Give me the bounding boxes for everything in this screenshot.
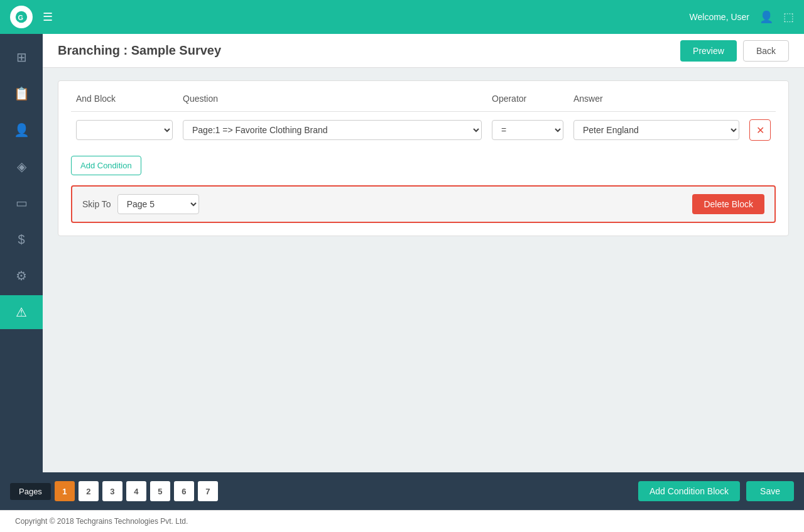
page-btn-3[interactable]: 3 bbox=[102, 481, 122, 501]
skip-to-row: Skip To Page 1 Page 2 Page 3 Page 4 Page… bbox=[71, 185, 776, 223]
main-layout: ⊞ 📋 👤 ◈ ▭ $ ⚙ ⚠ Branching : Sample Surve… bbox=[0, 34, 804, 472]
welcome-text: Welcome, User bbox=[690, 12, 749, 22]
page-btn-6[interactable]: 6 bbox=[174, 481, 194, 501]
nav-left: G ☰ bbox=[10, 6, 53, 28]
sidebar-item-pages[interactable]: ▭ bbox=[0, 186, 43, 220]
page-btn-7[interactable]: 7 bbox=[198, 481, 218, 501]
preview-button[interactable]: Preview bbox=[680, 40, 737, 62]
skip-to-left: Skip To Page 1 Page 2 Page 3 Page 4 Page… bbox=[82, 194, 199, 214]
sidebar-item-alerts[interactable]: ⚠ bbox=[0, 295, 43, 329]
page-header: Branching : Sample Survey Preview Back bbox=[43, 34, 804, 68]
pages-section: Pages 1 2 3 4 5 6 7 bbox=[10, 481, 218, 501]
delete-block-button[interactable]: Delete Block bbox=[692, 194, 764, 214]
page-btn-1[interactable]: 1 bbox=[55, 481, 75, 501]
content-area: Branching : Sample Survey Preview Back A… bbox=[43, 34, 804, 472]
money-icon: $ bbox=[18, 232, 24, 247]
question-select[interactable]: Page:1 => Favorite Clothing Brand bbox=[183, 120, 482, 140]
header-actions: Preview Back bbox=[680, 40, 789, 62]
user-profile-icon[interactable]: 👤 bbox=[759, 10, 773, 24]
logout-icon[interactable]: ⬚ bbox=[783, 10, 794, 24]
footer-text: Copyright © 2018 Techgrains Technologies… bbox=[15, 517, 188, 526]
col-question: Question bbox=[178, 94, 487, 104]
pages-icon: ▭ bbox=[16, 195, 28, 210]
settings-icon: ⚙ bbox=[16, 268, 27, 283]
bottom-bar: Pages 1 2 3 4 5 6 7 Add Condition Block … bbox=[0, 472, 804, 510]
back-button[interactable]: Back bbox=[743, 40, 789, 62]
col-operator: Operator bbox=[487, 94, 568, 104]
col-answer: Answer bbox=[568, 94, 744, 104]
sidebar: ⊞ 📋 👤 ◈ ▭ $ ⚙ ⚠ bbox=[0, 34, 43, 472]
sidebar-item-money[interactable]: $ bbox=[0, 222, 43, 256]
pages-label: Pages bbox=[10, 483, 51, 500]
footer: Copyright © 2018 Techgrains Technologies… bbox=[0, 510, 804, 532]
page-btn-5[interactable]: 5 bbox=[150, 481, 170, 501]
dashboard-icon: ⊞ bbox=[16, 50, 27, 65]
sidebar-item-surveys[interactable]: 📋 bbox=[0, 77, 43, 111]
and-block-cell: AND OR bbox=[71, 120, 178, 140]
operator-select[interactable]: = != > < bbox=[492, 120, 563, 140]
question-cell: Page:1 => Favorite Clothing Brand bbox=[178, 120, 487, 140]
answer-cell: Peter England Levis Nike bbox=[568, 120, 744, 140]
col-actions bbox=[744, 94, 776, 104]
layers-icon: ◈ bbox=[17, 159, 26, 174]
skip-to-label: Skip To bbox=[82, 199, 111, 209]
top-navbar: G ☰ Welcome, User 👤 ⬚ bbox=[0, 0, 804, 34]
delete-condition-button[interactable]: ✕ bbox=[749, 119, 771, 141]
save-button[interactable]: Save bbox=[746, 481, 794, 501]
sidebar-item-settings[interactable]: ⚙ bbox=[0, 259, 43, 293]
main-content: And Block Question Operator Answer AND O… bbox=[43, 68, 804, 472]
and-block-select[interactable]: AND OR bbox=[76, 120, 173, 140]
page-btn-2[interactable]: 2 bbox=[79, 481, 99, 501]
app-logo[interactable]: G bbox=[10, 6, 33, 28]
surveys-icon: 📋 bbox=[14, 86, 30, 101]
skip-to-select[interactable]: Page 1 Page 2 Page 3 Page 4 Page 5 Page … bbox=[117, 194, 199, 214]
delete-condition-cell: ✕ bbox=[744, 119, 776, 141]
col-and-block: And Block bbox=[71, 94, 178, 104]
page-btn-4[interactable]: 4 bbox=[126, 481, 146, 501]
condition-card: And Block Question Operator Answer AND O… bbox=[58, 80, 789, 236]
answer-select[interactable]: Peter England Levis Nike bbox=[573, 120, 739, 140]
add-condition-block-button[interactable]: Add Condition Block bbox=[638, 481, 740, 501]
condition-row: AND OR Page:1 => Favorite Clothing Brand… bbox=[71, 119, 776, 141]
table-header: And Block Question Operator Answer bbox=[71, 94, 776, 112]
svg-text:G: G bbox=[18, 14, 24, 21]
page-title: Branching : Sample Survey bbox=[58, 43, 221, 58]
operator-cell: = != > < bbox=[487, 120, 568, 140]
users-icon: 👤 bbox=[14, 122, 30, 138]
sidebar-item-dashboard[interactable]: ⊞ bbox=[0, 40, 43, 74]
alerts-icon: ⚠ bbox=[16, 305, 27, 320]
sidebar-item-users[interactable]: 👤 bbox=[0, 113, 43, 147]
nav-right: Welcome, User 👤 ⬚ bbox=[690, 10, 794, 24]
add-condition-button[interactable]: Add Condition bbox=[71, 156, 141, 175]
sidebar-item-layers[interactable]: ◈ bbox=[0, 149, 43, 183]
bottom-right: Add Condition Block Save bbox=[638, 481, 794, 501]
hamburger-menu[interactable]: ☰ bbox=[43, 10, 53, 24]
